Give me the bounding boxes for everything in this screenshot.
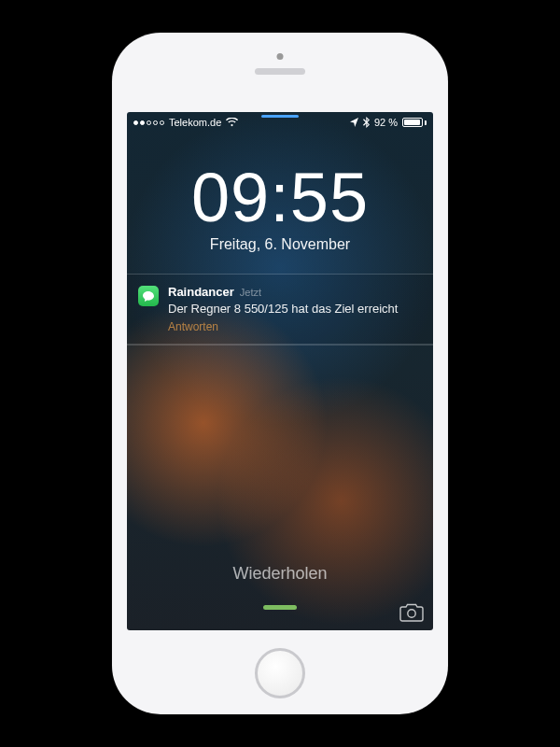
notification-body: Raindancer Jetzt Der Regner 8 550/125 ha… xyxy=(168,284,422,334)
phone-device-frame: Telekom.de 92 % 09:55 xyxy=(112,33,448,714)
battery-percent-label: 92 % xyxy=(374,117,398,128)
carrier-label: Telekom.de xyxy=(169,117,221,128)
front-camera-dot xyxy=(277,53,284,60)
status-bar-right: 92 % xyxy=(350,117,427,128)
status-bar: Telekom.de 92 % xyxy=(127,112,433,133)
bottom-handle-indicator[interactable] xyxy=(263,605,297,610)
notification-list: Raindancer Jetzt Der Regner 8 550/125 ha… xyxy=(127,274,433,345)
lock-screen: Telekom.de 92 % 09:55 xyxy=(127,112,433,630)
clock-area: 09:55 Freitag, 6. November xyxy=(127,112,433,253)
messages-app-icon xyxy=(138,286,159,306)
signal-strength-icon xyxy=(133,120,164,125)
wifi-icon xyxy=(226,118,238,127)
unlock-hint-label: Wiederholen xyxy=(127,564,433,584)
svg-point-0 xyxy=(408,610,415,617)
clock-time: 09:55 xyxy=(127,163,433,233)
location-icon xyxy=(350,118,358,127)
home-button[interactable] xyxy=(255,648,305,698)
notification-card[interactable]: Raindancer Jetzt Der Regner 8 550/125 ha… xyxy=(127,275,433,344)
notification-time-ago: Jetzt xyxy=(240,286,261,300)
notification-reply-action[interactable]: Antworten xyxy=(168,319,422,334)
status-bar-left: Telekom.de xyxy=(133,117,238,128)
notification-divider xyxy=(127,344,433,345)
bluetooth-icon xyxy=(363,117,370,128)
earpiece-speaker xyxy=(255,68,305,75)
notification-app-name: Raindancer xyxy=(168,284,234,301)
battery-icon xyxy=(402,118,427,127)
notification-message: Der Regner 8 550/125 hat das Ziel erreic… xyxy=(168,301,422,317)
clock-date: Freitag, 6. November xyxy=(127,236,433,253)
camera-shortcut-button[interactable] xyxy=(399,602,424,623)
